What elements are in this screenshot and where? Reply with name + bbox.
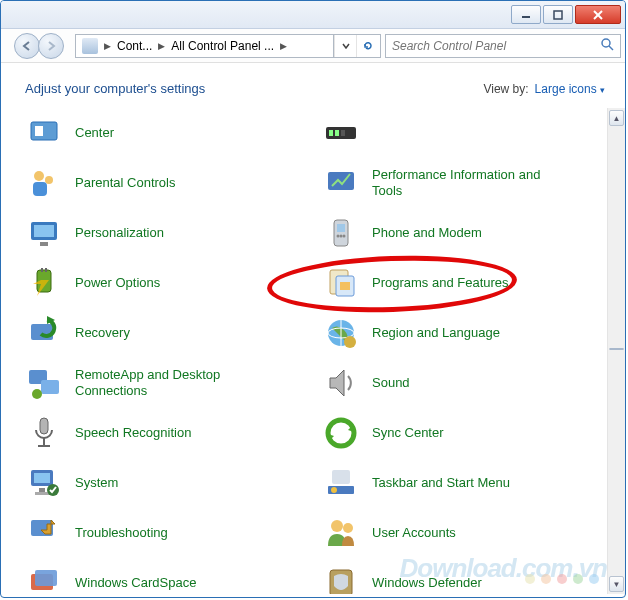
svg-rect-52 <box>332 470 350 484</box>
breadcrumb-seg-1[interactable]: Cont... <box>113 35 156 57</box>
view-by: View by: Large icons ▾ <box>483 82 605 96</box>
chevron-right-icon[interactable]: ▶ <box>158 41 165 51</box>
control-panel-item[interactable]: User Accounts <box>318 508 615 558</box>
item-label[interactable]: Taskbar and Start Menu <box>372 475 510 491</box>
svg-point-9 <box>45 176 53 184</box>
control-panel-item[interactable]: Power Options <box>21 258 318 308</box>
control-panel-item[interactable]: Taskbar and Start Menu <box>318 458 615 508</box>
item-label[interactable]: RemoteApp and Desktop Connections <box>75 367 275 398</box>
item-label[interactable]: Region and Language <box>372 325 500 341</box>
item-label[interactable]: Sync Center <box>372 425 444 441</box>
region-icon <box>322 314 360 352</box>
item-label[interactable]: Speech Recognition <box>75 425 191 441</box>
svg-line-5 <box>609 46 613 50</box>
header-row: Adjust your computer's settings View by:… <box>1 63 625 108</box>
watermark-dots <box>525 574 599 584</box>
control-panel-item[interactable]: Speech Recognition <box>21 408 318 458</box>
minimize-button[interactable] <box>511 5 541 24</box>
svg-rect-33 <box>329 130 333 136</box>
item-label[interactable]: Programs and Features <box>372 275 509 291</box>
svg-rect-44 <box>340 282 350 290</box>
svg-point-39 <box>337 235 340 238</box>
svg-rect-13 <box>40 242 48 246</box>
control-panel-item[interactable]: Center <box>21 108 318 158</box>
svg-rect-34 <box>335 130 339 136</box>
item-label[interactable]: Recovery <box>75 325 130 341</box>
taskbar-icon <box>322 464 360 502</box>
item-label[interactable]: Windows CardSpace <box>75 575 196 591</box>
chevron-right-icon[interactable]: ▶ <box>280 41 287 51</box>
scroll-down-button[interactable]: ▼ <box>609 576 624 592</box>
control-panel-icon <box>82 38 98 54</box>
control-panel-item[interactable]: Sound <box>318 358 615 408</box>
svg-rect-37 <box>334 220 348 246</box>
item-label[interactable]: Power Options <box>75 275 160 291</box>
svg-point-53 <box>331 520 343 532</box>
page-title: Adjust your computer's settings <box>25 81 205 96</box>
svg-rect-35 <box>341 130 345 136</box>
maximize-button[interactable] <box>543 5 573 24</box>
nav-row: ▶ Cont... ▶ All Control Panel ... ▶ <box>1 29 625 63</box>
control-panel-item[interactable]: Parental Controls <box>21 158 318 208</box>
performance-icon <box>322 164 360 202</box>
svg-point-8 <box>34 171 44 181</box>
item-label[interactable]: Personalization <box>75 225 164 241</box>
control-panel-item[interactable]: RemoteApp and Desktop Connections <box>21 358 318 408</box>
back-button[interactable] <box>14 33 40 59</box>
content-area: CenterParental ControlsPersonalizationPo… <box>1 108 625 594</box>
search-input[interactable] <box>392 39 582 53</box>
svg-point-4 <box>602 39 610 47</box>
address-bar[interactable]: ▶ Cont... ▶ All Control Panel ... ▶ <box>75 34 381 58</box>
svg-rect-26 <box>39 488 45 492</box>
control-panel-item[interactable]: Troubleshooting <box>21 508 318 558</box>
control-panel-item[interactable]: Phone and Modem <box>318 208 615 258</box>
cardspace-icon <box>25 564 63 594</box>
control-panel-item[interactable]: System <box>21 458 318 508</box>
forward-button[interactable] <box>38 33 64 59</box>
scrollbar[interactable]: ▲ ▼ <box>607 108 625 594</box>
svg-point-40 <box>340 235 343 238</box>
svg-rect-15 <box>41 268 43 272</box>
close-button[interactable] <box>575 5 621 24</box>
search-box[interactable] <box>385 34 621 58</box>
item-label[interactable]: Sound <box>372 375 410 391</box>
dropdown-button[interactable] <box>334 35 356 57</box>
search-icon[interactable] <box>600 37 614 54</box>
item-label[interactable]: Phone and Modem <box>372 225 482 241</box>
svg-rect-7 <box>35 126 43 136</box>
phone-icon <box>322 214 360 252</box>
control-panel-item[interactable]: Recovery <box>21 308 318 358</box>
item-label[interactable]: Parental Controls <box>75 175 175 191</box>
view-by-dropdown[interactable]: Large icons ▾ <box>535 82 605 96</box>
item-label[interactable]: System <box>75 475 118 491</box>
chevron-right-icon[interactable]: ▶ <box>104 41 111 51</box>
item-label[interactable]: User Accounts <box>372 525 456 541</box>
refresh-button[interactable] <box>356 35 378 57</box>
nav-buttons <box>5 31 71 61</box>
svg-rect-38 <box>337 224 345 232</box>
sound-icon <box>322 364 360 402</box>
item-label[interactable]: Performance Information and Tools <box>372 167 572 198</box>
svg-rect-6 <box>31 122 57 140</box>
scroll-thumb[interactable] <box>609 348 624 350</box>
svg-rect-1 <box>554 11 562 19</box>
scroll-up-button[interactable]: ▲ <box>609 110 624 126</box>
svg-rect-25 <box>34 473 50 483</box>
item-label[interactable]: Center <box>75 125 114 141</box>
svg-rect-21 <box>40 418 48 434</box>
item-label[interactable]: Troubleshooting <box>75 525 168 541</box>
recovery-icon <box>25 314 63 352</box>
svg-rect-27 <box>35 492 49 495</box>
svg-rect-17 <box>31 324 53 340</box>
control-panel-item[interactable]: Windows CardSpace <box>21 558 318 594</box>
control-panel-item[interactable]: Region and Language <box>318 308 615 358</box>
svg-rect-10 <box>33 182 47 196</box>
control-panel-item[interactable]: Performance Information and Tools <box>318 158 615 208</box>
control-panel-item[interactable]: Programs and Features <box>318 258 615 308</box>
personalization-icon <box>25 214 63 252</box>
control-panel-item[interactable]: Sync Center <box>318 408 615 458</box>
breadcrumb-seg-2[interactable]: All Control Panel ... <box>167 35 278 57</box>
control-panel-item[interactable]: Personalization <box>21 208 318 258</box>
control-panel-item[interactable] <box>318 108 615 158</box>
svg-point-48 <box>344 336 356 348</box>
